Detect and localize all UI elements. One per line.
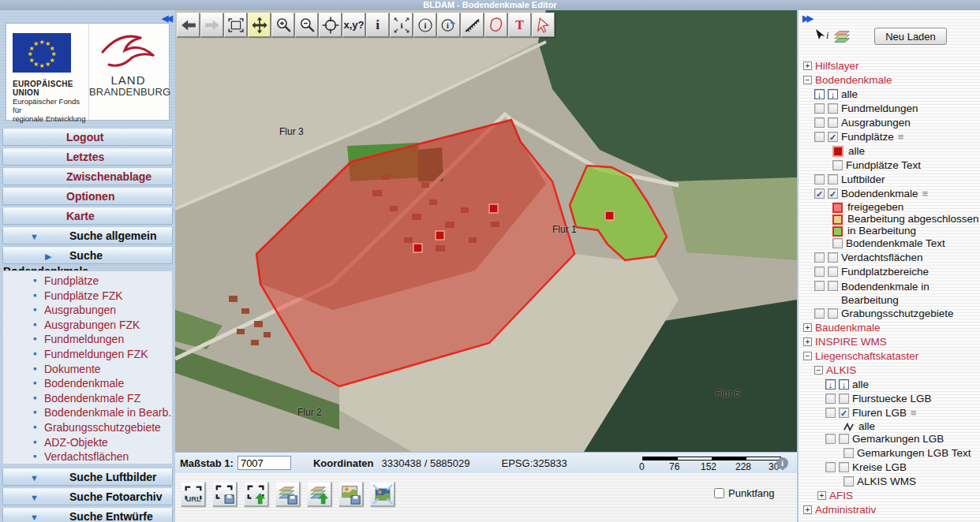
center-target-button[interactable] (319, 13, 342, 37)
menu-zwischenablage[interactable]: Zwischenablage (2, 168, 173, 185)
layer-alle[interactable]: alle (841, 88, 858, 102)
zoom-visibility-toggle[interactable] (828, 89, 838, 99)
save-image-button[interactable] (339, 482, 363, 506)
back-button[interactable] (177, 13, 200, 37)
layer-checkbox[interactable] (828, 117, 838, 128)
save-extent-button[interactable] (212, 482, 237, 506)
layer-fundplatzbereiche[interactable]: Fundplatzbereiche (841, 265, 929, 279)
zoom-visibility-toggle[interactable] (814, 89, 825, 99)
save-layers-button[interactable] (275, 482, 300, 506)
layer-flurstuecke-lgb[interactable]: Flurstuecke LGB (852, 392, 932, 406)
polygon-tool-button[interactable] (484, 13, 507, 37)
search-item-fundplaetze[interactable]: ▪Fundplätze (3, 274, 172, 289)
select-tool-button[interactable] (532, 13, 555, 37)
layer-checkbox[interactable] (825, 408, 836, 418)
expander-plus-icon[interactable] (817, 491, 826, 500)
search-item-fundplaetze-fzk[interactable]: ▪Fundplätze FZK (3, 289, 172, 304)
layer-checkbox[interactable] (828, 281, 838, 291)
layer-checkbox[interactable] (828, 174, 838, 185)
expander-plus-icon[interactable] (803, 62, 812, 70)
layers-icon[interactable] (833, 28, 852, 44)
layer-checkbox-checked[interactable] (828, 132, 838, 142)
export-map-button[interactable] (370, 482, 395, 506)
search-item-bodendenkmale-in-bearb[interactable]: ▪Bodendenkmale in Bearb. (3, 405, 172, 420)
layer-checkbox[interactable] (814, 281, 825, 291)
layer-fundplaetze-text[interactable]: Fundplätze Text (846, 158, 921, 173)
layer-menu-icon[interactable] (898, 130, 904, 144)
search-item-adz-objekte[interactable]: ▪ADZ-Objekte (3, 435, 172, 450)
layer-fundplaetze[interactable]: Fundplätze (841, 130, 894, 144)
layer-fundmeldungen[interactable]: Fundmeldungen (841, 102, 918, 116)
layer-checkbox[interactable] (832, 160, 843, 170)
layer-verdachtsflaechen[interactable]: Verdachtsflächen (841, 251, 923, 265)
search-item-ausgrabungen-fzk[interactable]: ▪Ausgrabungen FZK (3, 318, 172, 333)
collapse-right-panel-icon[interactable]: ▶▶ (802, 13, 811, 24)
coordinate-query-button[interactable]: x,y? (342, 13, 365, 37)
search-item-bodendenkmale[interactable]: ▪Bodendenkmale (3, 376, 172, 391)
layer-checkbox[interactable] (839, 462, 849, 472)
layer-bodendenkmale-in-bearbeitung[interactable]: Bodendenkmale in Bearbeitung (841, 279, 959, 307)
layer-checkbox[interactable] (839, 434, 849, 444)
forward-button[interactable] (200, 13, 223, 37)
layer-gemarkungen-lgb-text[interactable]: Gemarkungen LGB Text (857, 446, 971, 460)
layer-group-alkis[interactable]: ALKIS (826, 364, 856, 378)
expander-plus-icon[interactable] (803, 323, 812, 332)
expander-plus-icon[interactable] (803, 337, 812, 346)
section-suche-entwuerfe[interactable]: ▼Suche Entwürfe (2, 508, 173, 522)
identify-layer-icon[interactable]: i (814, 28, 832, 44)
layer-checkbox[interactable] (828, 267, 838, 277)
scale-input[interactable] (238, 456, 291, 470)
layer-checkbox[interactable] (843, 448, 854, 458)
info-button[interactable]: i (366, 13, 389, 37)
menu-letztes-suchergebnis[interactable]: Letztes Suchergebnis (2, 148, 173, 166)
layer-checkbox[interactable] (825, 434, 836, 444)
info-edit-button[interactable]: i (437, 13, 460, 37)
load-extent-button[interactable] (244, 482, 268, 506)
layer-fluren-lgb[interactable]: Fluren LGB (852, 406, 907, 420)
section-suche-allgemein[interactable]: ▼ Suche allgemein (2, 227, 173, 244)
layer-group-liegenschaftskataster[interactable]: Liegenschaftskataster (815, 349, 918, 364)
layer-checkbox[interactable] (814, 267, 825, 277)
layer-bodendenkmale[interactable]: Bodendenkmale (841, 187, 918, 201)
layer-checkbox[interactable] (828, 103, 838, 114)
layer-group-administrativ[interactable]: Administrativ (815, 503, 876, 517)
zoom-visibility-toggle[interactable] (839, 379, 849, 390)
search-item-grabungsschutzgebiete[interactable]: ▪Grabungsschutzgebiete (3, 420, 172, 435)
menu-optionen[interactable]: Optionen (2, 188, 173, 205)
full-extent-button[interactable] (224, 13, 247, 37)
layer-checkbox-checked[interactable] (839, 408, 849, 418)
url-extent-button[interactable]: URL (181, 482, 205, 506)
load-layers-button[interactable] (307, 482, 331, 506)
layer-checkbox[interactable] (814, 103, 825, 114)
layer-group-bodendenkmale[interactable]: Bodendenkmale (815, 73, 892, 88)
layer-group-baudenkmale[interactable]: Baudenkmale (815, 321, 881, 335)
layer-group-inspire-wms[interactable]: INSPIRE WMS (815, 335, 887, 349)
search-item-bodendenkmale-fz[interactable]: ▪Bodendenkmale FZ (3, 391, 172, 406)
layer-kreise-lgb[interactable]: Kreise LGB (852, 460, 907, 475)
search-item-verdachtsflaechen[interactable]: ▪Verdachtsflächen (3, 449, 172, 464)
pan-tool-button[interactable] (248, 13, 271, 37)
menu-karte[interactable]: Karte (2, 207, 173, 225)
layer-checkbox-checked[interactable] (814, 188, 825, 199)
layer-checkbox-checked[interactable] (828, 188, 838, 199)
layer-group-afis[interactable]: AFIS (829, 489, 853, 503)
search-item-dokumente[interactable]: ▪Dokumente (3, 362, 172, 377)
punktfang-checkbox[interactable] (714, 488, 724, 498)
section-suche-luftbilder[interactable]: ▼Suche Luftbilder (2, 468, 173, 486)
map-canvas[interactable] (175, 10, 797, 452)
zoom-visibility-toggle[interactable] (825, 379, 836, 390)
layer-checkbox[interactable] (814, 252, 825, 263)
search-item-ausgrabungen[interactable]: ▪Ausgrabungen (3, 303, 172, 318)
layer-bodendenkmale-text[interactable]: Bodendenkmale Text (846, 237, 945, 251)
layer-gemarkungen-lgb[interactable]: Gemarkungen LGB (852, 432, 944, 446)
layer-checkbox[interactable] (814, 117, 825, 128)
layer-checkbox[interactable] (825, 393, 836, 404)
layer-checkbox[interactable] (839, 393, 849, 404)
layer-grabungsschutzgebiete[interactable]: Grabungsschutzgebiete (841, 307, 954, 321)
zoom-in-button[interactable] (271, 13, 294, 37)
layer-menu-icon[interactable] (922, 187, 929, 201)
info-circle-button[interactable]: i (413, 13, 436, 37)
layer-checkbox[interactable] (828, 252, 838, 263)
layer-ausgrabungen[interactable]: Ausgrabungen (841, 116, 911, 130)
layer-luftbilder[interactable]: Luftbilder (841, 173, 885, 187)
